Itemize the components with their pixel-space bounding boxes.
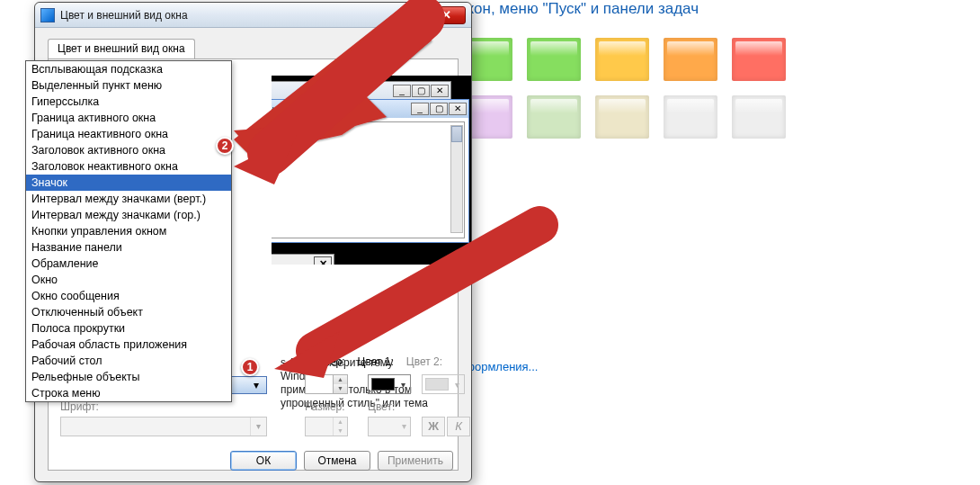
close-icon: ✕	[441, 8, 451, 22]
color-swatch[interactable]	[664, 95, 717, 139]
listbox-item[interactable]: Окно сообщения	[26, 288, 231, 304]
maximize-icon: ▢	[430, 103, 448, 115]
apply-button[interactable]: Применить	[378, 451, 453, 471]
field-labels-row: Размер: Цвет 1: Цвет 2:	[305, 355, 442, 368]
ok-button[interactable]: ОК	[230, 451, 297, 471]
listbox-item[interactable]: Рабочий стол	[26, 353, 231, 369]
listbox-item[interactable]: Гиперссылка	[26, 94, 231, 110]
spin-up-icon[interactable]: ▲	[333, 375, 347, 384]
color-swatch[interactable]	[527, 38, 581, 81]
listbox-item[interactable]: Интервал между значками (верт.)	[26, 191, 231, 207]
preview-area: _ ▢ ✕ ная _ ▢ ✕ ✕	[272, 76, 472, 265]
spin-down-icon: ▼	[333, 427, 347, 436]
color1-label: Цвет 1:	[358, 355, 394, 368]
preview-active-window: ная _ ▢ ✕	[272, 99, 469, 243]
listbox-item[interactable]: Рельефные объекты	[26, 369, 231, 385]
listbox-item[interactable]: Заголовок активного окна	[26, 142, 231, 158]
listbox-item[interactable]: Всплывающая подсказка	[26, 61, 231, 77]
listbox-item[interactable]: Выделенный пункт меню	[26, 77, 231, 94]
chevron-down-icon: ▾	[451, 380, 462, 390]
listbox-item[interactable]: Обрамление	[26, 256, 231, 272]
dialog-titlebar[interactable]: Цвет и внешний вид окна ✕	[35, 3, 471, 28]
listbox-item[interactable]: Отключенный объект	[26, 304, 231, 320]
background-page: окон, меню "Пуск" и панели задач	[459, 0, 980, 139]
color-swatch[interactable]	[595, 95, 649, 139]
size-label: Размер:	[305, 355, 345, 368]
bold-button: Ж	[422, 417, 445, 436]
listbox-item[interactable]: Название панели	[26, 239, 231, 256]
tab-strip: Цвет и внешний вид окна	[48, 39, 459, 58]
listbox-item[interactable]: Граница неактивного окна	[26, 126, 231, 142]
color-swatch[interactable]	[527, 95, 581, 139]
dialog-button-row: ОК Отмена Применить	[230, 451, 453, 471]
color-swatch[interactable]	[732, 95, 786, 139]
chevron-down-icon: ▾	[397, 418, 410, 436]
maximize-icon: ▢	[412, 85, 430, 97]
italic-button: К	[447, 417, 470, 436]
listbox-item[interactable]: Граница активного окна	[26, 110, 231, 126]
font-combobox: ▾	[60, 417, 267, 436]
color-swatch[interactable]	[664, 38, 717, 81]
listbox-item[interactable]: Рабочая область приложения	[26, 337, 231, 353]
scrollbar-icon	[450, 125, 463, 233]
color2-picker: ▾	[422, 374, 465, 394]
cancel-button[interactable]: Отмена	[304, 451, 370, 471]
listbox-item[interactable]: Заголовок неактивного окна	[26, 158, 231, 175]
font-label: Шрифт:	[60, 400, 99, 413]
chevron-down-icon: ▾	[397, 380, 408, 390]
dialog-title: Цвет и внешний вид окна	[60, 9, 426, 22]
listbox-item[interactable]: Кнопки управления окном	[26, 223, 231, 239]
font-color-label: Цвет:	[368, 400, 395, 413]
listbox-item[interactable]: Полоса прокрутки	[26, 320, 231, 337]
element-listbox[interactable]: Всплывающая подсказкаВыделенный пункт ме…	[25, 60, 232, 402]
spin-up-icon: ▲	[333, 418, 347, 427]
preview-messagebox: ✕	[272, 254, 334, 265]
preview-active-title: ная	[272, 103, 410, 114]
color-swatch[interactable]	[595, 38, 649, 81]
color1-picker[interactable]: ▾	[368, 374, 411, 394]
listbox-item[interactable]: Значок	[26, 175, 231, 191]
font-size-label: Размер:	[305, 400, 345, 413]
size-spinner[interactable]: ▲ ▼	[305, 374, 348, 394]
minimize-icon: _	[411, 103, 429, 115]
color1-swatch	[371, 378, 395, 391]
font-size-spinner: ▲ ▼	[305, 417, 348, 436]
bg-heading: окон, меню "Пуск" и панели задач	[459, 0, 980, 18]
font-color-picker: ▾	[368, 417, 411, 436]
minimize-icon: _	[393, 85, 411, 97]
color-swatch[interactable]	[732, 38, 786, 81]
color2-label: Цвет 2:	[406, 355, 442, 368]
color2-swatch	[425, 378, 449, 391]
close-icon: ✕	[431, 85, 449, 97]
listbox-item[interactable]: Строка меню	[26, 385, 231, 401]
size-value[interactable]	[306, 375, 333, 393]
tab-appearance[interactable]: Цвет и внешний вид окна	[48, 39, 195, 58]
listbox-item[interactable]: Интервал между значками (гор.)	[26, 207, 231, 223]
window-icon	[40, 8, 55, 22]
spin-down-icon[interactable]: ▼	[333, 384, 347, 393]
close-icon: ✕	[449, 103, 467, 115]
listbox-item[interactable]: Окно	[26, 272, 231, 288]
color-swatch-grid	[459, 38, 836, 139]
chevron-down-icon: ▾	[250, 418, 266, 436]
close-button[interactable]: ✕	[426, 6, 466, 24]
close-icon: ✕	[314, 256, 332, 265]
transparency-label-fragment: й	[477, 265, 483, 278]
chevron-down-icon: ▾	[250, 379, 263, 391]
